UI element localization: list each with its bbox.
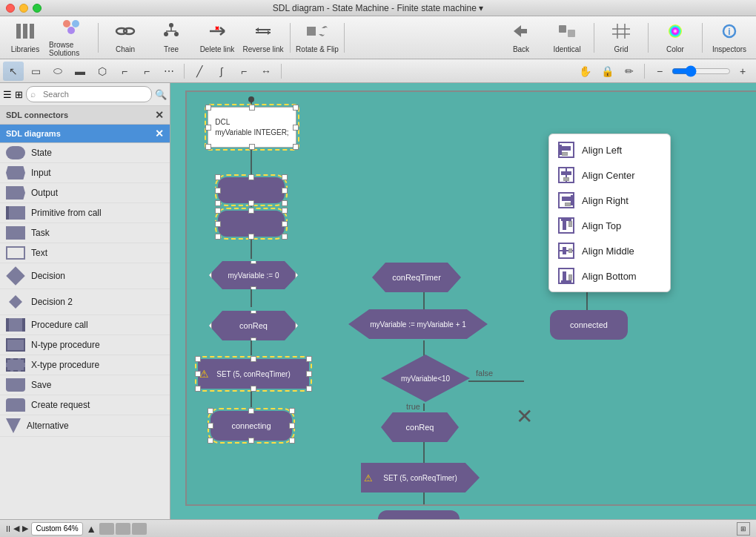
- connector2-tool[interactable]: ⌐: [136, 62, 157, 81]
- zoom-up-btn[interactable]: ▲: [86, 523, 96, 535]
- chain-button[interactable]: Chain: [103, 19, 147, 57]
- select-tool[interactable]: ↖: [3, 62, 24, 81]
- zoom-slider[interactable]: [672, 65, 731, 77]
- canvas-area[interactable]: false true DCLmyVariable INTEGER;: [170, 83, 756, 519]
- connecting1-shape[interactable]: connecting: [210, 411, 292, 441]
- connected-shape[interactable]: connected: [550, 310, 628, 340]
- align-center-item[interactable]: Align Center: [549, 162, 670, 188]
- color-button[interactable]: Color: [653, 19, 697, 57]
- handle-tl[interactable]: [205, 105, 211, 111]
- align-left-item[interactable]: Align Left: [549, 137, 670, 162]
- sidebar-item-procedure[interactable]: Procedure call: [0, 315, 170, 335]
- rect-tool[interactable]: ▭: [25, 62, 46, 81]
- sidebar-item-output[interactable]: Output: [0, 183, 170, 203]
- handle-bl[interactable]: [205, 144, 211, 150]
- assign-shape[interactable]: myVariable := 0: [209, 261, 298, 289]
- prev-page-btn[interactable]: ◀: [13, 524, 19, 533]
- search-icon-btn[interactable]: 🔍: [155, 86, 167, 102]
- section2-close[interactable]: ✕: [155, 128, 164, 139]
- align-right-item[interactable]: Align Right: [549, 188, 670, 213]
- sidebar-item-alternative[interactable]: Alternative: [0, 415, 170, 437]
- libraries-button[interactable]: Libraries: [3, 19, 47, 57]
- s1-handle-tl[interactable]: [215, 174, 221, 180]
- tree-button[interactable]: Tree: [149, 19, 193, 57]
- back-button[interactable]: Back: [499, 19, 543, 57]
- cross-shape[interactable]: ✕: [505, 398, 543, 435]
- search-input[interactable]: [26, 86, 152, 102]
- sidebar-item-text[interactable]: Text: [0, 243, 170, 263]
- sdl-connectors-section[interactable]: SDL connectors ✕: [0, 106, 170, 125]
- set2-shape[interactable]: ⚠ SET (5, conReqTimer): [361, 463, 480, 492]
- dcl-shape[interactable]: DCLmyVariable INTEGER;: [208, 107, 296, 148]
- decision-shape[interactable]: myVariable<10: [381, 355, 470, 402]
- identical-button[interactable]: Identical: [545, 19, 589, 57]
- state1-shape[interactable]: [218, 177, 285, 203]
- next-page-btn[interactable]: ▶: [22, 524, 28, 533]
- sidebar-item-save[interactable]: Save: [0, 375, 170, 395]
- handle-bm[interactable]: [249, 144, 255, 150]
- connector-tool[interactable]: ⌐: [114, 62, 135, 81]
- s1-handle-bm[interactable]: [248, 200, 254, 206]
- sdl-diagrams-section[interactable]: SDL diagrams ✕: [0, 125, 170, 143]
- conreq2-shape[interactable]: conReq: [381, 412, 459, 442]
- sidebar-item-create[interactable]: Create request: [0, 395, 170, 415]
- sidebar-item-decision2[interactable]: Decision 2: [0, 289, 170, 315]
- s1-handle-tr[interactable]: [282, 174, 288, 180]
- align-top-item[interactable]: Align Top: [549, 213, 670, 238]
- state2-shape[interactable]: [218, 211, 285, 237]
- arrow-tool[interactable]: ↔: [256, 62, 276, 81]
- inspectors-button[interactable]: i Inspectors: [707, 19, 752, 57]
- align-middle-item[interactable]: Align Middle: [549, 238, 670, 263]
- sidebar-item-state[interactable]: State: [0, 143, 170, 163]
- grid-view-btn[interactable]: ⊞: [15, 86, 23, 102]
- align-bottom-item[interactable]: Align Bottom: [549, 263, 670, 289]
- list-view-btn[interactable]: ☰: [3, 86, 12, 102]
- view-mode-3[interactable]: [132, 523, 147, 535]
- set1-shape[interactable]: SET (5, conReqTimer) ⚠: [198, 359, 309, 389]
- handle-br[interactable]: [293, 144, 299, 150]
- sidebar-item-xtype[interactable]: X-type procedure: [0, 355, 170, 375]
- step-tool[interactable]: ⌐: [233, 62, 254, 81]
- section1-close[interactable]: ✕: [155, 109, 164, 121]
- reverse-link-button[interactable]: Reverse link: [241, 19, 285, 57]
- line-tool[interactable]: ╱: [189, 62, 210, 81]
- rect2-tool[interactable]: ▬: [70, 62, 90, 81]
- s1-handle-tm[interactable]: [248, 174, 254, 180]
- handle-tm[interactable]: [249, 105, 255, 111]
- poly-tool[interactable]: ⬡: [92, 62, 113, 81]
- zoom-out-tool[interactable]: −: [649, 62, 670, 81]
- rotate-flip-button[interactable]: Rotate & Flip: [295, 19, 339, 57]
- conreqtimer-shape[interactable]: conReqTimer: [372, 263, 461, 292]
- ellipse-tool[interactable]: ⬭: [47, 62, 68, 81]
- zoom-level-input[interactable]: [31, 522, 83, 536]
- delete-link-button[interactable]: Delete link: [195, 19, 239, 57]
- handle-ml[interactable]: [205, 125, 211, 131]
- more-tool[interactable]: ⋯: [159, 62, 179, 81]
- sidebar-item-input[interactable]: Input: [0, 163, 170, 183]
- hand-tool[interactable]: ✋: [574, 62, 595, 81]
- sidebar-item-decision[interactable]: Decision: [0, 263, 170, 289]
- view-mode-1[interactable]: [99, 523, 114, 535]
- close-button[interactable]: [6, 4, 15, 13]
- curve-tool[interactable]: ∫: [211, 62, 232, 81]
- lock-tool[interactable]: 🔒: [597, 62, 617, 81]
- view-mode-2[interactable]: [116, 523, 130, 535]
- grid-button[interactable]: Grid: [599, 19, 643, 57]
- s1-handle-ml[interactable]: [215, 188, 221, 194]
- handle-tr[interactable]: [293, 105, 299, 111]
- minimize-button[interactable]: [19, 4, 28, 13]
- fit-page-btn[interactable]: ⊞: [737, 522, 750, 536]
- handle-mr[interactable]: [293, 125, 299, 131]
- maximize-button[interactable]: [33, 4, 42, 13]
- s1-handle-br[interactable]: [282, 200, 288, 206]
- pencil-tool[interactable]: ✏: [619, 62, 640, 81]
- sidebar-item-primitive[interactable]: Primitive from call: [0, 203, 170, 223]
- assign2-shape[interactable]: myVariable := myVariable + 1: [348, 309, 488, 339]
- connecting2-shape[interactable]: connecting: [378, 510, 460, 519]
- sidebar-item-task[interactable]: Task: [0, 223, 170, 243]
- s1-handle-bl[interactable]: [215, 200, 221, 206]
- sidebar-item-ntype[interactable]: N-type procedure: [0, 335, 170, 355]
- s1-handle-mr[interactable]: [282, 188, 288, 194]
- conreq1-shape[interactable]: conReq: [209, 311, 298, 340]
- zoom-in-tool[interactable]: +: [732, 62, 753, 81]
